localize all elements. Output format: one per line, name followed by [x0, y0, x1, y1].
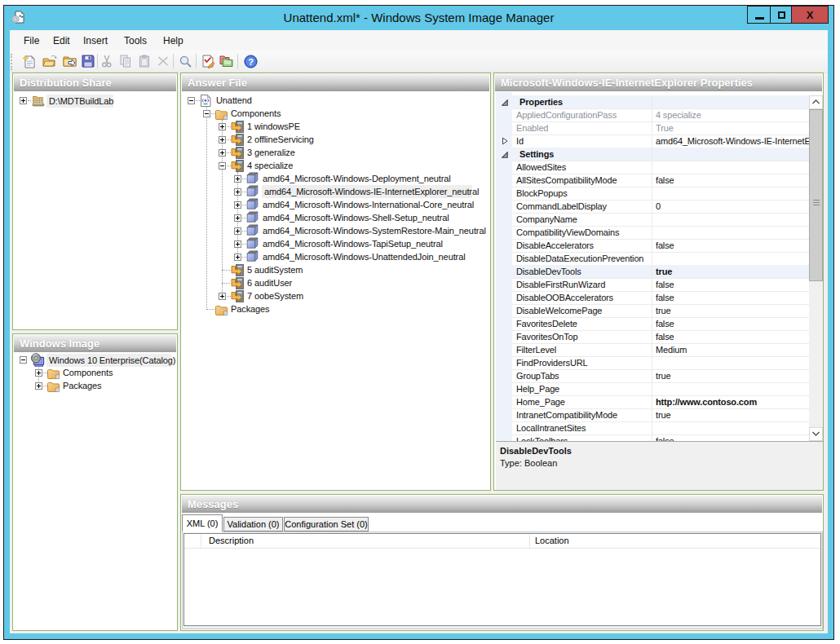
svg-text:?: ?: [248, 57, 254, 67]
